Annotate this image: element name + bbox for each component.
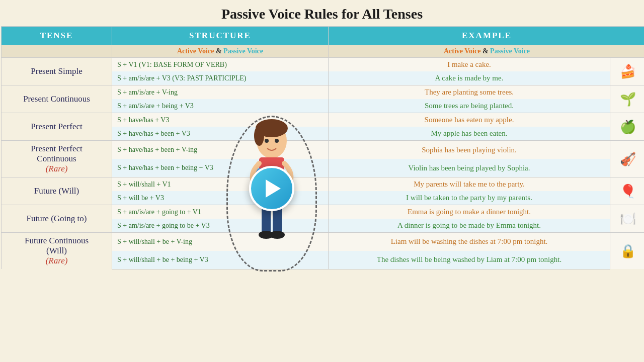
passive-example-cell: My apple has been eaten. bbox=[329, 127, 610, 141]
example-ampersand: & bbox=[482, 47, 490, 55]
table-row: Present ContinuousS + am/is/are + V-ingT… bbox=[2, 85, 645, 100]
svg-point-11 bbox=[270, 231, 285, 239]
passive-example-cell: A cake is made by me. bbox=[329, 71, 610, 85]
table-row: Present SimpleS + V1 (V1: BASE FORM OF V… bbox=[2, 58, 645, 72]
passive-example-cell: The dishes will be being washed by Liam … bbox=[329, 251, 610, 269]
example-header: EXAMPLE bbox=[329, 27, 645, 45]
table-header-row: TENSE STRUCTURE EXAMPLE bbox=[2, 27, 645, 45]
active-example-cell: I make a cake. bbox=[329, 58, 610, 72]
example-subheader: Active Voice & Passive Voice bbox=[329, 45, 645, 58]
active-example-cell: Someone has eaten my apple. bbox=[329, 113, 610, 127]
svg-point-2 bbox=[254, 126, 264, 146]
svg-point-4 bbox=[275, 139, 279, 143]
tense-cell: Future (Going to) bbox=[2, 205, 112, 233]
active-example-cell: They are planting some trees. bbox=[329, 85, 610, 100]
active-structure-cell: S + V1 (V1: BASE FORM OF VERB) bbox=[112, 58, 329, 72]
play-button[interactable] bbox=[249, 166, 294, 211]
passive-example-cell: A dinner is going to be made by Emma ton… bbox=[329, 219, 610, 233]
active-example-cell: Sophia has been playing violin. bbox=[329, 141, 610, 159]
video-overlay bbox=[216, 116, 327, 297]
tense-subheader bbox=[2, 45, 112, 58]
ampersand: & bbox=[216, 47, 223, 55]
icon-cell: 🍽️ bbox=[610, 205, 645, 233]
passive-example-cell: Violin has been being played by Sophia. bbox=[329, 159, 610, 177]
structure-header: STRUCTURE bbox=[112, 27, 329, 45]
icon-cell: 🎈 bbox=[610, 177, 645, 205]
icon-cell: 🍏 bbox=[610, 113, 645, 141]
tense-cell: Future Continuous(Will)(Rare) bbox=[2, 233, 112, 269]
passive-example-cell: Some trees are being planted. bbox=[329, 99, 610, 113]
rare-label: (Rare) bbox=[46, 164, 68, 173]
table-subheader-row: Active Voice & Passive Voice Active Voic… bbox=[2, 45, 645, 58]
passive-voice-label: Passive Voice bbox=[223, 47, 263, 55]
play-icon bbox=[266, 179, 281, 198]
icon-cell: 🎻 bbox=[610, 141, 645, 177]
active-voice-label: Active Voice bbox=[177, 47, 214, 55]
tense-header: TENSE bbox=[2, 27, 112, 45]
svg-point-3 bbox=[265, 139, 269, 143]
active-structure-cell: S + am/is/are + V-ing bbox=[112, 85, 329, 100]
example-passive-label: Passive Voice bbox=[490, 47, 530, 55]
tense-cell: Present Simple bbox=[2, 58, 112, 85]
icon-cell: 🔒 bbox=[610, 233, 645, 269]
tense-cell: Present Continuous bbox=[2, 85, 112, 113]
active-example-cell: Liam will be washing the dishes at 7:00 … bbox=[329, 233, 610, 251]
icon-cell: 🍰 bbox=[610, 58, 645, 85]
structure-subheader: Active Voice & Passive Voice bbox=[112, 45, 329, 58]
tense-cell: Present Perfect bbox=[2, 113, 112, 141]
tense-cell: Future (Will) bbox=[2, 177, 112, 205]
passive-example-cell: I will be taken to the party by my paren… bbox=[329, 191, 610, 205]
passive-structure-cell: S + am/is/are + V3 (V3: PAST PARTICIPLE) bbox=[112, 71, 329, 85]
page-title: Passive Voice Rules for All Tenses bbox=[0, 0, 644, 26]
active-example-cell: Emma is going to make a dinner tonight. bbox=[329, 205, 610, 219]
active-example-cell: My parents will take me to the party. bbox=[329, 177, 610, 192]
passive-structure-cell: S + am/is/are + being + V3 bbox=[112, 99, 329, 113]
tense-cell: Present PerfectContinuous(Rare) bbox=[2, 141, 112, 177]
icon-cell: 🌱 bbox=[610, 85, 645, 113]
rare-label: (Rare) bbox=[46, 256, 68, 265]
example-active-label: Active Voice bbox=[444, 47, 480, 55]
